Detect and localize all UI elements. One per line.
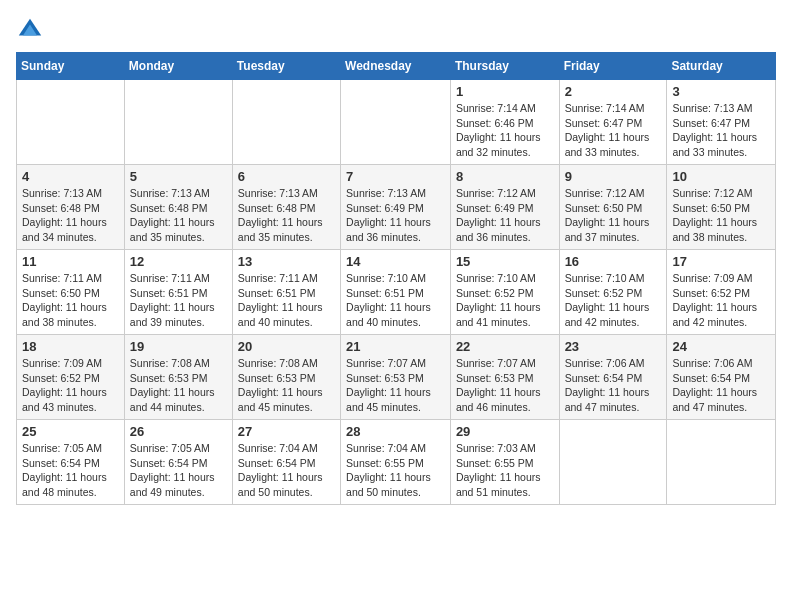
day-cell: 3Sunrise: 7:13 AM Sunset: 6:47 PM Daylig…: [667, 80, 776, 165]
column-header-tuesday: Tuesday: [232, 53, 340, 80]
day-info: Sunrise: 7:12 AM Sunset: 6:49 PM Dayligh…: [456, 186, 554, 245]
day-cell: 11Sunrise: 7:11 AM Sunset: 6:50 PM Dayli…: [17, 250, 125, 335]
day-cell: 20Sunrise: 7:08 AM Sunset: 6:53 PM Dayli…: [232, 335, 340, 420]
day-info: Sunrise: 7:10 AM Sunset: 6:52 PM Dayligh…: [456, 271, 554, 330]
day-cell: 19Sunrise: 7:08 AM Sunset: 6:53 PM Dayli…: [124, 335, 232, 420]
week-row: 1Sunrise: 7:14 AM Sunset: 6:46 PM Daylig…: [17, 80, 776, 165]
day-number: 4: [22, 169, 119, 184]
day-number: 12: [130, 254, 227, 269]
day-cell: 12Sunrise: 7:11 AM Sunset: 6:51 PM Dayli…: [124, 250, 232, 335]
day-info: Sunrise: 7:13 AM Sunset: 6:48 PM Dayligh…: [130, 186, 227, 245]
day-info: Sunrise: 7:11 AM Sunset: 6:51 PM Dayligh…: [130, 271, 227, 330]
logo-icon: [16, 16, 44, 44]
day-info: Sunrise: 7:06 AM Sunset: 6:54 PM Dayligh…: [672, 356, 770, 415]
day-number: 28: [346, 424, 445, 439]
day-cell: 16Sunrise: 7:10 AM Sunset: 6:52 PM Dayli…: [559, 250, 667, 335]
day-cell: 5Sunrise: 7:13 AM Sunset: 6:48 PM Daylig…: [124, 165, 232, 250]
day-info: Sunrise: 7:13 AM Sunset: 6:48 PM Dayligh…: [22, 186, 119, 245]
day-info: Sunrise: 7:06 AM Sunset: 6:54 PM Dayligh…: [565, 356, 662, 415]
day-cell: 27Sunrise: 7:04 AM Sunset: 6:54 PM Dayli…: [232, 420, 340, 505]
column-header-friday: Friday: [559, 53, 667, 80]
day-info: Sunrise: 7:12 AM Sunset: 6:50 PM Dayligh…: [565, 186, 662, 245]
day-number: 22: [456, 339, 554, 354]
day-number: 15: [456, 254, 554, 269]
day-cell: 18Sunrise: 7:09 AM Sunset: 6:52 PM Dayli…: [17, 335, 125, 420]
day-cell: 6Sunrise: 7:13 AM Sunset: 6:48 PM Daylig…: [232, 165, 340, 250]
day-number: 19: [130, 339, 227, 354]
day-number: 8: [456, 169, 554, 184]
day-cell: 28Sunrise: 7:04 AM Sunset: 6:55 PM Dayli…: [341, 420, 451, 505]
day-number: 21: [346, 339, 445, 354]
day-cell: 21Sunrise: 7:07 AM Sunset: 6:53 PM Dayli…: [341, 335, 451, 420]
day-info: Sunrise: 7:03 AM Sunset: 6:55 PM Dayligh…: [456, 441, 554, 500]
day-number: 17: [672, 254, 770, 269]
day-number: 13: [238, 254, 335, 269]
day-info: Sunrise: 7:10 AM Sunset: 6:51 PM Dayligh…: [346, 271, 445, 330]
day-info: Sunrise: 7:12 AM Sunset: 6:50 PM Dayligh…: [672, 186, 770, 245]
calendar-body: 1Sunrise: 7:14 AM Sunset: 6:46 PM Daylig…: [17, 80, 776, 505]
day-cell: 26Sunrise: 7:05 AM Sunset: 6:54 PM Dayli…: [124, 420, 232, 505]
day-number: 1: [456, 84, 554, 99]
day-info: Sunrise: 7:13 AM Sunset: 6:49 PM Dayligh…: [346, 186, 445, 245]
day-info: Sunrise: 7:11 AM Sunset: 6:50 PM Dayligh…: [22, 271, 119, 330]
day-info: Sunrise: 7:09 AM Sunset: 6:52 PM Dayligh…: [672, 271, 770, 330]
day-cell: [232, 80, 340, 165]
calendar-header: SundayMondayTuesdayWednesdayThursdayFrid…: [17, 53, 776, 80]
day-cell: [559, 420, 667, 505]
day-cell: 9Sunrise: 7:12 AM Sunset: 6:50 PM Daylig…: [559, 165, 667, 250]
day-info: Sunrise: 7:13 AM Sunset: 6:48 PM Dayligh…: [238, 186, 335, 245]
day-cell: 2Sunrise: 7:14 AM Sunset: 6:47 PM Daylig…: [559, 80, 667, 165]
day-info: Sunrise: 7:04 AM Sunset: 6:54 PM Dayligh…: [238, 441, 335, 500]
day-info: Sunrise: 7:09 AM Sunset: 6:52 PM Dayligh…: [22, 356, 119, 415]
day-cell: 10Sunrise: 7:12 AM Sunset: 6:50 PM Dayli…: [667, 165, 776, 250]
day-info: Sunrise: 7:05 AM Sunset: 6:54 PM Dayligh…: [130, 441, 227, 500]
day-cell: 23Sunrise: 7:06 AM Sunset: 6:54 PM Dayli…: [559, 335, 667, 420]
day-number: 23: [565, 339, 662, 354]
column-header-monday: Monday: [124, 53, 232, 80]
day-number: 3: [672, 84, 770, 99]
day-cell: 15Sunrise: 7:10 AM Sunset: 6:52 PM Dayli…: [450, 250, 559, 335]
day-info: Sunrise: 7:04 AM Sunset: 6:55 PM Dayligh…: [346, 441, 445, 500]
day-cell: 4Sunrise: 7:13 AM Sunset: 6:48 PM Daylig…: [17, 165, 125, 250]
day-number: 27: [238, 424, 335, 439]
column-header-wednesday: Wednesday: [341, 53, 451, 80]
column-header-sunday: Sunday: [17, 53, 125, 80]
day-cell: 1Sunrise: 7:14 AM Sunset: 6:46 PM Daylig…: [450, 80, 559, 165]
day-cell: [17, 80, 125, 165]
day-number: 2: [565, 84, 662, 99]
calendar-table: SundayMondayTuesdayWednesdayThursdayFrid…: [16, 52, 776, 505]
week-row: 11Sunrise: 7:11 AM Sunset: 6:50 PM Dayli…: [17, 250, 776, 335]
day-cell: [341, 80, 451, 165]
day-info: Sunrise: 7:07 AM Sunset: 6:53 PM Dayligh…: [346, 356, 445, 415]
day-info: Sunrise: 7:11 AM Sunset: 6:51 PM Dayligh…: [238, 271, 335, 330]
day-info: Sunrise: 7:13 AM Sunset: 6:47 PM Dayligh…: [672, 101, 770, 160]
day-number: 5: [130, 169, 227, 184]
day-cell: 8Sunrise: 7:12 AM Sunset: 6:49 PM Daylig…: [450, 165, 559, 250]
day-number: 20: [238, 339, 335, 354]
day-info: Sunrise: 7:08 AM Sunset: 6:53 PM Dayligh…: [238, 356, 335, 415]
day-cell: [124, 80, 232, 165]
day-number: 14: [346, 254, 445, 269]
day-number: 11: [22, 254, 119, 269]
day-info: Sunrise: 7:08 AM Sunset: 6:53 PM Dayligh…: [130, 356, 227, 415]
page-header: [16, 16, 776, 44]
day-number: 24: [672, 339, 770, 354]
day-info: Sunrise: 7:05 AM Sunset: 6:54 PM Dayligh…: [22, 441, 119, 500]
week-row: 4Sunrise: 7:13 AM Sunset: 6:48 PM Daylig…: [17, 165, 776, 250]
day-cell: 24Sunrise: 7:06 AM Sunset: 6:54 PM Dayli…: [667, 335, 776, 420]
day-cell: 13Sunrise: 7:11 AM Sunset: 6:51 PM Dayli…: [232, 250, 340, 335]
day-number: 26: [130, 424, 227, 439]
day-number: 7: [346, 169, 445, 184]
day-cell: 14Sunrise: 7:10 AM Sunset: 6:51 PM Dayli…: [341, 250, 451, 335]
day-number: 6: [238, 169, 335, 184]
day-info: Sunrise: 7:14 AM Sunset: 6:47 PM Dayligh…: [565, 101, 662, 160]
day-number: 18: [22, 339, 119, 354]
week-row: 18Sunrise: 7:09 AM Sunset: 6:52 PM Dayli…: [17, 335, 776, 420]
day-number: 10: [672, 169, 770, 184]
day-number: 9: [565, 169, 662, 184]
day-info: Sunrise: 7:07 AM Sunset: 6:53 PM Dayligh…: [456, 356, 554, 415]
day-info: Sunrise: 7:14 AM Sunset: 6:46 PM Dayligh…: [456, 101, 554, 160]
header-row: SundayMondayTuesdayWednesdayThursdayFrid…: [17, 53, 776, 80]
day-number: 29: [456, 424, 554, 439]
day-cell: 17Sunrise: 7:09 AM Sunset: 6:52 PM Dayli…: [667, 250, 776, 335]
